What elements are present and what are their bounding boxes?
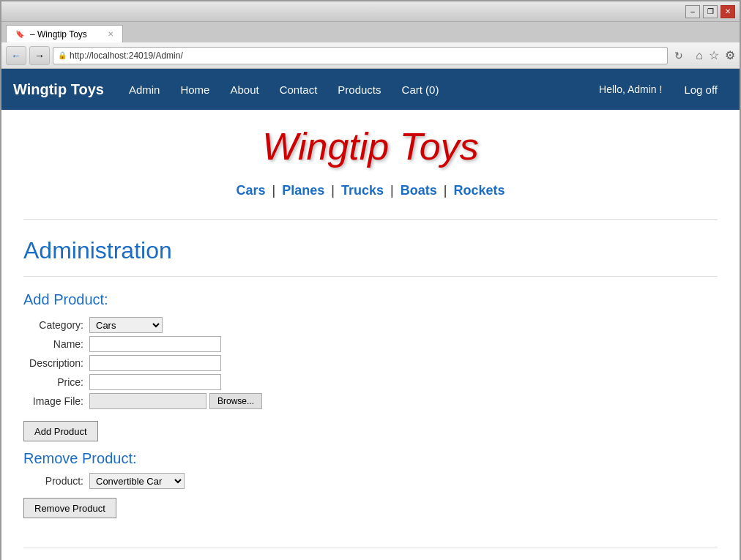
remove-product-row: Product: Convertible Car Plane Truck Boa… bbox=[23, 473, 718, 489]
add-product-button[interactable]: Add Product bbox=[23, 421, 98, 441]
name-input[interactable] bbox=[89, 336, 221, 352]
sep2: | bbox=[331, 183, 338, 198]
site-title: Wingtip Toys bbox=[23, 124, 718, 168]
navbar-links: Admin Home About Contact Products Cart (… bbox=[119, 69, 599, 110]
address-text: http://localhost:24019/Admin/ bbox=[70, 51, 183, 61]
site-title-area: Wingtip Toys bbox=[23, 110, 718, 176]
admin-heading: Administration bbox=[23, 225, 718, 270]
navbar-home[interactable]: Home bbox=[170, 69, 220, 110]
tab-close-button[interactable]: ✕ bbox=[108, 30, 113, 38]
category-label: Category: bbox=[23, 319, 89, 331]
restore-button[interactable]: ❐ bbox=[703, 5, 718, 18]
name-label: Name: bbox=[23, 338, 89, 350]
favorites-icon[interactable]: ☆ bbox=[709, 48, 719, 62]
divider-top bbox=[23, 219, 718, 220]
refresh-button[interactable]: ↻ bbox=[671, 48, 687, 64]
navbar-contact[interactable]: Contact bbox=[269, 69, 328, 110]
category-row: Category: Cars Planes Trucks Boats Rocke… bbox=[23, 317, 718, 333]
price-label: Price: bbox=[23, 376, 89, 388]
settings-icon[interactable]: ⚙ bbox=[725, 48, 735, 62]
navbar-about[interactable]: About bbox=[220, 69, 269, 110]
close-button[interactable]: ✕ bbox=[720, 5, 735, 18]
name-row: Name: bbox=[23, 336, 718, 352]
tab-icon: 🔖 bbox=[15, 30, 24, 38]
category-nav: Cars | Planes | Trucks | Boats | Rockets bbox=[23, 176, 718, 213]
price-input[interactable] bbox=[89, 374, 221, 390]
category-planes[interactable]: Planes bbox=[282, 183, 324, 198]
image-row: Image File: Browse... bbox=[23, 393, 718, 409]
page-content: Wingtip Toys Admin Home About Contact Pr… bbox=[1, 69, 740, 560]
home-icon[interactable]: ⌂ bbox=[696, 49, 703, 62]
address-icon: 🔒 bbox=[58, 51, 67, 59]
category-trucks[interactable]: Trucks bbox=[341, 183, 384, 198]
sep4: | bbox=[444, 183, 451, 198]
address-bar[interactable]: 🔒 http://localhost:24019/Admin/ bbox=[53, 47, 668, 64]
hello-text: Hello, Admin ! bbox=[599, 83, 662, 95]
forward-button[interactable]: → bbox=[29, 46, 50, 65]
tab-title: – Wingtip Toys bbox=[30, 29, 87, 40]
file-input-area: Browse... bbox=[89, 393, 262, 409]
price-row: Price: bbox=[23, 374, 718, 390]
add-product-form: Category: Cars Planes Trucks Boats Rocke… bbox=[23, 314, 718, 415]
description-row: Description: bbox=[23, 355, 718, 371]
remove-product-select[interactable]: Convertible Car Plane Truck Boat Rocket bbox=[89, 473, 185, 489]
footer: © 2013 - Wingtip Toys bbox=[23, 548, 718, 560]
category-cars[interactable]: Cars bbox=[237, 183, 266, 198]
remove-product-heading: Remove Product: bbox=[23, 441, 718, 473]
remove-product-button[interactable]: Remove Product bbox=[23, 498, 116, 518]
add-product-heading: Add Product: bbox=[23, 283, 718, 314]
navbar-right: Hello, Admin ! Log off bbox=[599, 69, 728, 110]
description-input[interactable] bbox=[89, 355, 221, 371]
image-label: Image File: bbox=[23, 395, 89, 407]
sep3: | bbox=[390, 183, 398, 198]
category-select[interactable]: Cars Planes Trucks Boats Rockets bbox=[89, 317, 163, 333]
navbar: Wingtip Toys Admin Home About Contact Pr… bbox=[1, 69, 740, 110]
navbar-admin[interactable]: Admin bbox=[119, 69, 171, 110]
remove-product-label: Product: bbox=[23, 475, 89, 487]
category-rockets[interactable]: Rockets bbox=[453, 183, 504, 198]
sep1: | bbox=[272, 183, 280, 198]
navbar-cart[interactable]: Cart (0) bbox=[392, 69, 450, 110]
back-button[interactable]: ← bbox=[6, 46, 26, 65]
divider-admin bbox=[23, 276, 718, 277]
main-content: Wingtip Toys Cars | Planes | Trucks | Bo… bbox=[12, 110, 729, 560]
browse-button[interactable]: Browse... bbox=[209, 393, 262, 409]
category-boats[interactable]: Boats bbox=[401, 183, 437, 198]
tab-bar: 🔖 – Wingtip Toys ✕ bbox=[1, 22, 740, 42]
browser-toolbar: ← → 🔒 http://localhost:24019/Admin/ ↻ ⌂ … bbox=[1, 42, 740, 69]
navbar-brand[interactable]: Wingtip Toys bbox=[13, 81, 104, 98]
description-label: Description: bbox=[23, 357, 89, 369]
active-tab[interactable]: 🔖 – Wingtip Toys ✕ bbox=[6, 25, 123, 42]
browser-icons-group: ⌂ ☆ ⚙ bbox=[696, 48, 735, 62]
file-text-box bbox=[89, 393, 206, 409]
minimize-button[interactable]: – bbox=[685, 5, 700, 18]
logoff-link[interactable]: Log off bbox=[674, 69, 728, 110]
navbar-products[interactable]: Products bbox=[327, 69, 391, 110]
browser-titlebar: – ❐ ✕ bbox=[1, 1, 740, 22]
